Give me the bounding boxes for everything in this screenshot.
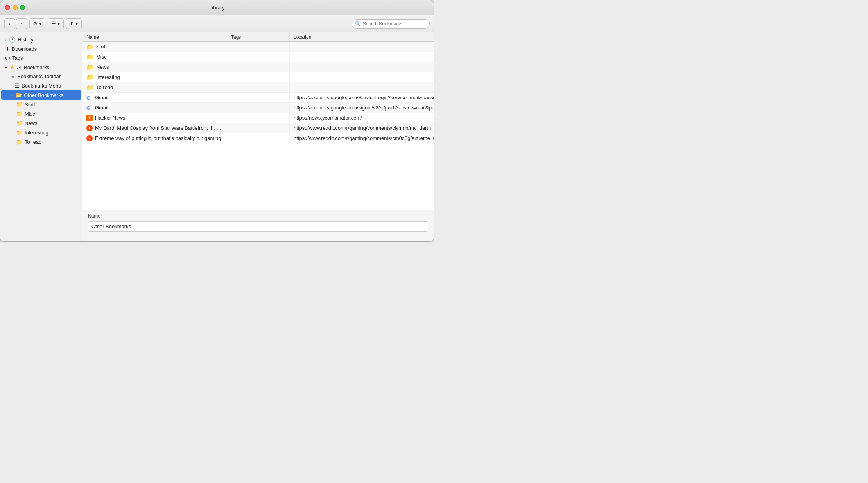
search-box[interactable]: 🔍 [352,19,430,29]
close-button[interactable] [5,5,10,10]
cell-name-news: 📁 News [82,62,227,72]
cell-tags-gmail2 [227,103,290,113]
table-row[interactable]: 📁 Interesting [82,72,434,82]
forward-button[interactable]: › [16,18,27,29]
sidebar-label-downloads: Downloads [12,46,37,52]
reddit-icon: ● [86,135,93,141]
sidebar-item-stuff[interactable]: 📁 Stuff [1,100,81,109]
table-row[interactable]: 📁 To read [82,82,434,93]
cell-tags-to-read [227,82,290,92]
table-row[interactable]: ● My Darth Maul Cosplay from Star Wars B… [82,123,434,133]
import-chevron: ▾ [75,21,78,27]
import-button[interactable]: ⬆ ▾ [66,18,82,29]
sidebar-item-news[interactable]: 📁 News [1,118,81,128]
views-button[interactable]: ☰ ▾ [48,18,64,29]
sidebar-item-other-bookmarks[interactable]: ▾ 📂 Other Bookmarks [1,90,81,100]
import-icon: ⬆ [70,21,74,27]
google-icon: G [86,95,93,101]
clock-icon: 🕐 [9,36,16,43]
sidebar-item-misc[interactable]: 📁 Misc [1,109,81,118]
table-row[interactable]: 📁 News [82,62,434,72]
sidebar-label-stuff: Stuff [25,102,35,107]
folder-icon-row: 📁 [86,74,94,81]
folder-icon-news: 📁 [16,120,23,126]
sidebar-item-history[interactable]: › 🕐 History [1,35,81,44]
cell-location-stuff [290,42,434,52]
forward-icon: › [21,21,23,27]
sidebar-label-interesting: Interesting [25,130,48,136]
organize-chevron: ▾ [39,21,42,27]
table-row[interactable]: G Gmail https://accounts.google.com/Serv… [82,93,434,103]
search-icon: 🔍 [355,21,361,27]
cell-tags-interesting [227,72,290,82]
svg-text:G: G [86,95,90,101]
cell-tags-misc [227,52,290,62]
views-icon: ☰ [51,21,56,27]
cell-location-gmail2: https://accounts.google.com/signin/v2/sl… [290,103,434,113]
sidebar-label-news: News [25,120,38,126]
sidebar-label-other-bookmarks: Other Bookmarks [24,92,63,98]
minimize-button[interactable] [13,5,18,10]
maximize-button[interactable] [20,5,25,10]
cell-location-reddit1: https://www.reddit.com/r/gaming/comments… [290,123,434,133]
folder-icon-row: 📁 [86,84,94,91]
folder-open-icon: 📂 [15,92,22,98]
gear-icon: ⚙ [33,21,38,27]
main-content: › 🕐 History ⬇ Downloads 🏷 Tags ▾ ★ All B… [0,32,434,241]
toolbar: ‹ › ⚙ ▾ ☰ ▾ ⬆ ▾ 🔍 [0,15,434,32]
sidebar-item-downloads[interactable]: ⬇ Downloads [1,44,81,54]
cell-tags-gmail1 [227,93,290,102]
titlebar: Library [0,0,434,15]
cell-name-to-read: 📁 To read [82,82,227,92]
back-icon: ‹ [9,21,11,27]
sidebar-label-all-bookmarks: All Bookmarks [17,64,49,70]
cell-location-hackernews: https://news.ycombinator.com/ [290,113,434,123]
yc-icon: Y [86,115,93,121]
nav-group: ‹ › [4,18,27,29]
sidebar-label-bookmarks-menu: Bookmarks Menu [22,83,61,89]
organize-button[interactable]: ⚙ ▾ [29,18,45,29]
table-row[interactable]: ● Extreme way of putting it, but that's … [82,133,434,143]
sidebar-item-tags[interactable]: 🏷 Tags [1,54,81,63]
cell-location-misc [290,52,434,62]
sidebar-item-all-bookmarks[interactable]: ▾ ★ All Bookmarks [1,63,81,72]
cell-name-misc: 📁 Misc [82,52,227,62]
bottom-value: Other Bookmarks [88,221,428,232]
sidebar-item-bookmarks-menu[interactable]: › ☰ Bookmarks Menu [1,81,81,90]
list-icon: ☰ [14,82,20,89]
cell-location-news [290,62,434,72]
table-row[interactable]: G Gmail https://accounts.google.com/sign… [82,103,434,113]
bottom-panel: Name: Other Bookmarks [82,210,434,241]
search-input[interactable] [363,21,426,27]
table-row[interactable]: 📁 Stuff [82,42,434,52]
table-row[interactable]: 📁 Misc [82,52,434,62]
cell-location-gmail1: https://accounts.google.com/ServiceLogin… [290,93,434,102]
library-window: Library ‹ › ⚙ ▾ ☰ ▾ ⬆ ▾ 🔍 [0,0,434,242]
folder-icon-row: 📁 [86,54,94,61]
sidebar-label-tags: Tags [12,55,23,61]
cell-name-hackernews: Y Hacker News [82,113,227,123]
folder-icon-row: 📁 [86,64,94,71]
cell-name-reddit2: ● Extreme way of putting it, but that's … [82,133,227,143]
back-button[interactable]: ‹ [4,18,15,29]
sidebar-label-history: History [18,37,33,43]
other-bookmarks-chevron: ▾ [11,93,13,97]
svg-text:G: G [86,105,90,111]
sidebar-item-bookmarks-toolbar[interactable]: ★ Bookmarks Toolbar [1,72,81,81]
table-row[interactable]: Y Hacker News https://news.ycombinator.c… [82,113,434,123]
sidebar-item-to-read[interactable]: 📁 To read [1,137,81,147]
cell-tags-news [227,62,290,72]
download-icon: ⬇ [5,46,10,52]
star-icon: ★ [10,64,15,70]
traffic-lights [5,5,25,10]
folder-icon-row: 📁 [86,43,94,50]
cell-name-reddit1: ● My Darth Maul Cosplay from Star Wars B… [82,123,227,133]
col-name: Name [82,32,227,41]
sidebar-item-interesting[interactable]: 📁 Interesting [1,128,81,137]
cell-name-gmail2: G Gmail [82,103,227,113]
cell-location-reddit2: https://www.reddit.com/r/gaming/comments… [290,133,434,143]
folder-icon-stuff: 📁 [16,101,23,107]
folder-icon-to-read: 📁 [16,139,23,145]
cell-tags-reddit1 [227,123,290,133]
table-header: Name Tags Location [82,32,434,42]
